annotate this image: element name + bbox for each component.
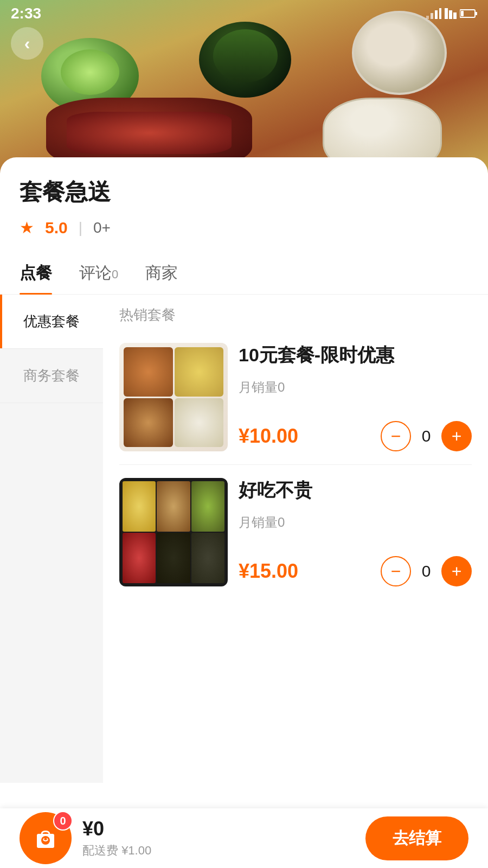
- tabs: 点餐 评论0 商家: [0, 252, 488, 295]
- qty-plus-2[interactable]: +: [441, 556, 472, 586]
- rating-score: 5.0: [45, 219, 68, 237]
- restaurant-info: 套餐急送 ★ 5.0 | 0+: [0, 157, 488, 237]
- menu-sidebar: 优惠套餐 商务套餐: [0, 295, 103, 783]
- star-icon: ★: [20, 218, 34, 237]
- delivery-fee: 配送费 ¥1.00: [82, 843, 355, 859]
- item-price-row-1: ¥10.00 − 0 +: [239, 421, 472, 451]
- sidebar-item-business[interactable]: 商务套餐: [0, 349, 103, 403]
- tab-review[interactable]: 评论0: [79, 252, 118, 294]
- menu-content: 热销套餐 10元套餐-限时优惠 月销量0 ¥10.00: [103, 295, 488, 783]
- status-time: 2:33: [11, 5, 41, 22]
- food-visual-2: [119, 478, 228, 586]
- back-arrow-icon: ‹: [24, 35, 30, 52]
- svg-rect-5: [449, 10, 452, 19]
- svg-rect-1: [431, 13, 433, 19]
- item-image-2: [119, 478, 228, 586]
- item-name-1: 10元套餐-限时优惠: [239, 343, 472, 368]
- svg-rect-3: [439, 8, 441, 19]
- svg-rect-2: [435, 10, 438, 19]
- rating-divider: |: [79, 219, 82, 237]
- section-title: 热销套餐: [119, 295, 472, 330]
- signal-icon: [426, 8, 441, 19]
- cart-badge: 0: [53, 811, 73, 831]
- tab-merchant[interactable]: 商家: [145, 252, 178, 294]
- rating-row: ★ 5.0 | 0+: [20, 218, 468, 237]
- svg-rect-0: [426, 16, 429, 19]
- svg-point-12: [43, 838, 44, 839]
- sidebar-item-deals[interactable]: 优惠套餐: [0, 295, 103, 349]
- qty-minus-1[interactable]: −: [381, 421, 411, 451]
- restaurant-name: 套餐急送: [20, 177, 468, 207]
- item-price-1: ¥10.00: [239, 425, 298, 448]
- qty-controls-2: − 0 +: [381, 556, 472, 586]
- tab-order[interactable]: 点餐: [20, 252, 52, 294]
- bottom-bar: 0 ¥0 配送费 ¥1.00 去结算: [0, 808, 488, 868]
- menu-item-1: 10元套餐-限时优惠 月销量0 ¥10.00 − 0 +: [119, 330, 472, 465]
- cart-total: ¥0: [82, 818, 355, 840]
- order-count: 0+: [93, 219, 111, 237]
- food-bowl-greens: [199, 22, 291, 98]
- svg-rect-9: [461, 11, 464, 16]
- cart-button[interactable]: 0: [20, 812, 72, 864]
- item-image-1: [119, 343, 228, 451]
- item-price-2: ¥15.00: [239, 560, 298, 583]
- qty-number-1: 0: [420, 427, 433, 445]
- food-visual-1: [119, 343, 228, 451]
- svg-rect-6: [453, 12, 457, 19]
- battery-icon: [460, 9, 477, 18]
- svg-point-13: [47, 838, 48, 839]
- qty-controls-1: − 0 +: [381, 421, 472, 451]
- svg-rect-8: [475, 12, 477, 15]
- menu-layout: 优惠套餐 商务套餐 热销套餐 10元套餐-限时: [0, 295, 488, 783]
- checkout-button[interactable]: 去结算: [365, 816, 468, 860]
- svg-rect-4: [445, 8, 448, 19]
- review-badge: 0: [112, 267, 118, 281]
- back-button[interactable]: ‹: [11, 27, 43, 60]
- cart-icon: [33, 825, 59, 851]
- qty-plus-1[interactable]: +: [441, 421, 472, 451]
- status-bar: 2:33: [0, 0, 488, 27]
- item-name-2: 好吃不贵: [239, 478, 472, 503]
- main-card: 套餐急送 ★ 5.0 | 0+ 点餐 评论0 商家 优惠套餐 商务套餐: [0, 157, 488, 848]
- menu-item-2: 好吃不贵 月销量0 ¥15.00 − 0 +: [119, 465, 472, 599]
- qty-minus-2[interactable]: −: [381, 556, 411, 586]
- item-sales-2: 月销量0: [239, 514, 472, 531]
- item-price-row-2: ¥15.00 − 0 +: [239, 556, 472, 586]
- qty-number-2: 0: [420, 562, 433, 580]
- item-details-2: 好吃不贵 月销量0 ¥15.00 − 0 +: [239, 478, 472, 586]
- cart-info: ¥0 配送费 ¥1.00: [82, 818, 355, 859]
- wifi-icon: [445, 8, 457, 19]
- status-icons: [426, 8, 477, 19]
- item-sales-1: 月销量0: [239, 379, 472, 396]
- item-details-1: 10元套餐-限时优惠 月销量0 ¥10.00 − 0 +: [239, 343, 472, 451]
